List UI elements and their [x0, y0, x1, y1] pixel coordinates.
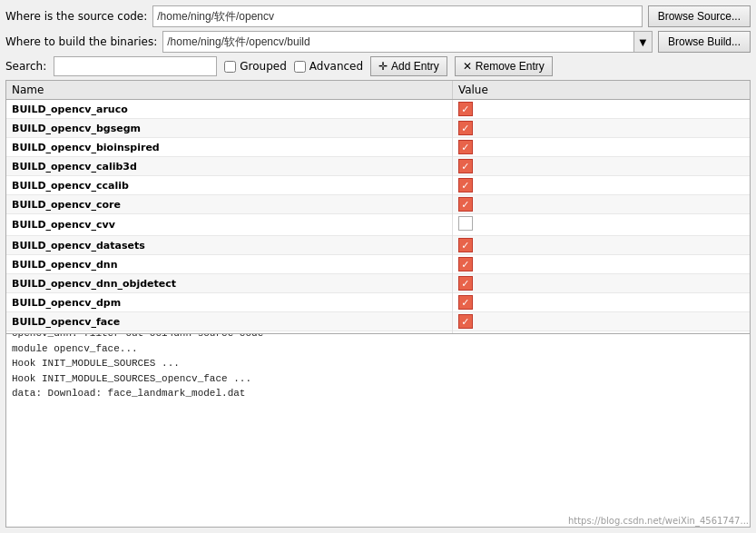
- row-name: BUILD_opencv_ccalib: [6, 176, 452, 195]
- search-label: Search:: [5, 60, 46, 73]
- add-entry-button[interactable]: ✛ Add Entry: [370, 56, 447, 76]
- binaries-label: Where to build the binaries:: [5, 35, 157, 48]
- advanced-checkbox-label[interactable]: Advanced: [294, 60, 363, 73]
- row-value[interactable]: ✓: [452, 236, 750, 255]
- checked-checkbox[interactable]: ✓: [458, 314, 473, 329]
- row-value[interactable]: ✓: [452, 157, 750, 176]
- row-value[interactable]: ✓: [452, 119, 750, 138]
- col-name-header: Name: [6, 81, 452, 100]
- checked-checkbox[interactable]: ✓: [458, 257, 473, 271]
- table-row: BUILD_opencv_dnn✓: [6, 255, 750, 274]
- table-row: BUILD_opencv_bioinspired✓: [6, 138, 750, 157]
- row-value[interactable]: ✓: [452, 331, 750, 335]
- table-row: BUILD_opencv_features2d✓: [6, 331, 750, 335]
- table-row: BUILD_opencv_face✓: [6, 312, 750, 331]
- row-value[interactable]: ✓: [452, 195, 750, 214]
- remove-entry-button[interactable]: ✕ Remove Entry: [455, 56, 553, 76]
- row-name: BUILD_opencv_bioinspired: [6, 138, 452, 157]
- table-row: BUILD_opencv_dnn_objdetect✓: [6, 274, 750, 293]
- checked-checkbox[interactable]: ✓: [458, 197, 473, 212]
- checked-checkbox[interactable]: ✓: [458, 102, 473, 116]
- row-value[interactable]: ✓: [452, 138, 750, 157]
- checked-checkbox[interactable]: ✓: [458, 159, 473, 173]
- log-line: Hook INIT_MODULE_SOURCES_opencv_face ...: [12, 371, 744, 387]
- row-name: BUILD_opencv_dnn: [6, 255, 452, 274]
- table-row: BUILD_opencv_calib3d✓: [6, 157, 750, 176]
- checked-checkbox[interactable]: ✓: [458, 295, 473, 310]
- unchecked-checkbox[interactable]: [458, 216, 473, 231]
- entries-table-wrapper: Name Value BUILD_opencv_aruco✓BUILD_open…: [5, 80, 751, 277]
- binaries-dropdown-arrow[interactable]: ▼: [633, 32, 652, 52]
- checked-checkbox[interactable]: ✓: [458, 276, 473, 291]
- search-input[interactable]: [54, 56, 217, 76]
- checked-checkbox[interactable]: ✓: [458, 140, 473, 154]
- log-line: data: Download: face_landmark_model.dat: [12, 386, 744, 401]
- remove-entry-label: Remove Entry: [476, 60, 545, 73]
- row-name: BUILD_opencv_aruco: [6, 100, 452, 119]
- row-value[interactable]: ✓: [452, 274, 750, 293]
- row-value[interactable]: ✓: [452, 312, 750, 331]
- row-value[interactable]: ✓: [452, 176, 750, 195]
- row-value[interactable]: ✓: [452, 100, 750, 119]
- watermark: https://blog.csdn.net/weiXin_4561747...: [568, 516, 749, 526]
- source-label: Where is the source code:: [5, 10, 147, 23]
- add-entry-label: Add Entry: [391, 60, 439, 73]
- row-name: BUILD_opencv_dpm: [6, 293, 452, 312]
- log-line: module opencv_face...: [12, 341, 744, 357]
- browse-build-button[interactable]: Browse Build...: [658, 31, 751, 53]
- checked-checkbox[interactable]: ✓: [458, 333, 473, 334]
- grouped-checkbox[interactable]: [224, 61, 236, 73]
- add-entry-icon: ✛: [378, 60, 388, 73]
- row-value[interactable]: ✓: [452, 255, 750, 274]
- browse-source-button[interactable]: Browse Source...: [648, 5, 751, 27]
- table-row: BUILD_opencv_ccalib✓: [6, 176, 750, 195]
- grouped-label: Grouped: [240, 60, 287, 73]
- row-name: BUILD_opencv_cvv: [6, 214, 452, 236]
- checked-checkbox[interactable]: ✓: [458, 121, 473, 135]
- advanced-checkbox[interactable]: [294, 61, 306, 73]
- table-row: BUILD_opencv_bgsegm✓: [6, 119, 750, 138]
- table-row: BUILD_opencv_aruco✓: [6, 100, 750, 119]
- entries-table: Name Value BUILD_opencv_aruco✓BUILD_open…: [6, 81, 750, 334]
- advanced-label: Advanced: [309, 60, 363, 73]
- binaries-path-input[interactable]: [163, 32, 633, 52]
- log-area[interactable]: opencv_dnn: filter out ocl4dnn source co…: [5, 321, 751, 528]
- table-row: BUILD_opencv_core✓: [6, 195, 750, 214]
- table-row: BUILD_opencv_cvv: [6, 214, 750, 236]
- table-row: BUILD_opencv_datasets✓: [6, 236, 750, 255]
- grouped-checkbox-label[interactable]: Grouped: [224, 60, 287, 73]
- row-name: BUILD_opencv_datasets: [6, 236, 452, 255]
- table-row: BUILD_opencv_dpm✓: [6, 293, 750, 312]
- row-name: BUILD_opencv_core: [6, 195, 452, 214]
- row-name: BUILD_opencv_bgsegm: [6, 119, 452, 138]
- col-value-header: Value: [452, 81, 750, 100]
- row-value[interactable]: ✓: [452, 293, 750, 312]
- remove-entry-icon: ✕: [463, 60, 472, 73]
- log-line: Hook INIT_MODULE_SOURCES ...: [12, 356, 744, 371]
- checked-checkbox[interactable]: ✓: [458, 238, 473, 252]
- checked-checkbox[interactable]: ✓: [458, 178, 473, 192]
- row-name: BUILD_opencv_dnn_objdetect: [6, 274, 452, 293]
- binaries-path-container: ▼: [162, 31, 653, 53]
- row-name: BUILD_opencv_calib3d: [6, 157, 452, 176]
- row-name: BUILD_opencv_face: [6, 312, 452, 331]
- source-path-input[interactable]: [152, 5, 642, 27]
- row-name: BUILD_opencv_features2d: [6, 331, 452, 335]
- entries-table-container[interactable]: Name Value BUILD_opencv_aruco✓BUILD_open…: [5, 80, 751, 334]
- row-value[interactable]: [452, 214, 750, 236]
